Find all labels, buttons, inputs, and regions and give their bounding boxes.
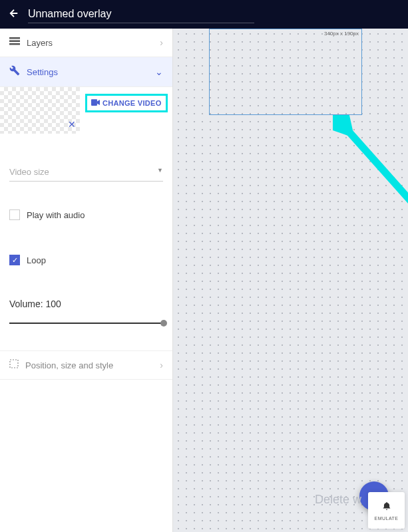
- settings-label: Settings: [27, 67, 155, 77]
- remove-video-icon[interactable]: ✕: [68, 119, 76, 130]
- video-size-dropdown[interactable]: Video size ▼: [9, 163, 163, 182]
- position-style-panel-toggle[interactable]: Position, size and style ›: [0, 350, 172, 380]
- volume-slider-thumb[interactable]: [160, 320, 167, 327]
- dropdown-triangle-icon: ▼: [157, 167, 163, 177]
- overlay-element[interactable]: 340px x 190px: [209, 29, 362, 115]
- app-header: [0, 0, 408, 29]
- emulate-button[interactable]: EMULATE: [368, 492, 405, 529]
- layers-label: Layers: [27, 38, 160, 48]
- video-preview-row: ✕ CHANGE VIDEO: [0, 87, 172, 134]
- emulate-label: EMULATE: [374, 516, 398, 521]
- svg-rect-0: [9, 37, 20, 39]
- chevron-down-icon: ⌄: [155, 66, 163, 77]
- play-audio-row: Play with audio: [9, 209, 163, 220]
- overlay-title-input[interactable]: [28, 5, 254, 23]
- svg-rect-1: [9, 41, 20, 43]
- svg-rect-3: [91, 99, 97, 106]
- settings-panel-toggle[interactable]: Settings ⌄: [0, 57, 172, 87]
- loop-label: Loop: [27, 255, 46, 265]
- video-size-label: Video size: [9, 167, 49, 177]
- settings-body: Video size ▼ Play with audio ✓ Loop Volu…: [0, 134, 172, 333]
- svg-rect-4: [10, 360, 18, 368]
- wrench-icon: [9, 65, 20, 78]
- camera-icon: [91, 99, 100, 107]
- chevron-right-icon: ›: [160, 360, 163, 370]
- settings-sidebar: Layers › Settings ⌄ ✕ CHANGE VIDEO: [0, 29, 173, 532]
- layers-panel-toggle[interactable]: Layers ›: [0, 29, 172, 57]
- play-audio-checkbox[interactable]: [9, 209, 20, 220]
- design-canvas[interactable]: 340px x 190px + Delete w EMULATE: [173, 29, 408, 532]
- volume-label: Volume: 100: [9, 299, 163, 309]
- position-style-label: Position, size and style: [25, 360, 160, 370]
- volume-slider[interactable]: [9, 323, 164, 324]
- change-video-label: CHANGE VIDEO: [102, 99, 162, 107]
- chevron-right-icon: ›: [160, 37, 163, 48]
- dimension-label: 340px x 190px: [324, 31, 359, 37]
- video-thumbnail[interactable]: ✕: [0, 87, 80, 134]
- change-video-button[interactable]: CHANGE VIDEO: [85, 94, 168, 112]
- back-arrow-icon[interactable]: [8, 7, 20, 22]
- delete-widget-button[interactable]: Delete w: [315, 493, 361, 507]
- svg-rect-2: [9, 43, 20, 45]
- layers-icon: [9, 37, 20, 49]
- loop-row: ✓ Loop: [9, 255, 163, 265]
- bounding-box-icon: [9, 359, 19, 371]
- play-audio-label: Play with audio: [27, 210, 85, 220]
- loop-checkbox[interactable]: ✓: [9, 255, 20, 265]
- bell-icon: [382, 501, 391, 514]
